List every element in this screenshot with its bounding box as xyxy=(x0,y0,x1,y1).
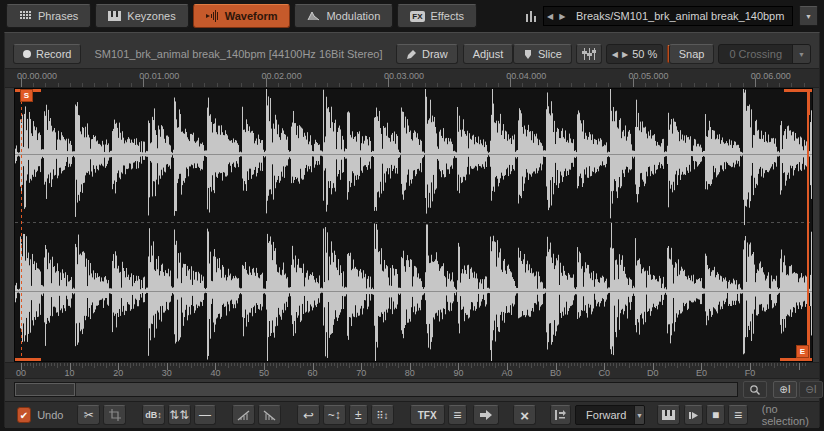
zoom-in-button[interactable]: ⊕Ⅰ xyxy=(773,381,797,398)
prev-instrument-icon[interactable]: ◀ xyxy=(544,12,556,21)
db-updown-icon: dB↕ xyxy=(145,410,162,420)
process-menu-button[interactable]: ≡ xyxy=(448,405,467,425)
scrollbar-thumb[interactable] xyxy=(15,383,75,396)
apply-button[interactable] xyxy=(473,405,499,425)
scrollbar-row: ⊕Ⅰ ⊖Ⅰ xyxy=(14,381,814,398)
dc-offset-button[interactable]: — xyxy=(194,405,217,425)
waveform-icon xyxy=(206,10,219,22)
sample-end-marker[interactable]: E xyxy=(796,345,809,358)
interpolate-icon: ⠿↕ xyxy=(376,410,388,421)
slice-markers-button[interactable] xyxy=(576,44,602,64)
tab-modulation[interactable]: Modulation xyxy=(294,4,393,28)
play-options-button[interactable]: ≡ xyxy=(728,405,747,425)
instrument-selector[interactable]: ◀ ▶ Breaks/SM101_brk_animal break_140bpm xyxy=(543,6,793,26)
crossfade-button[interactable]: × xyxy=(513,405,536,425)
keyboard-focus-button[interactable] xyxy=(657,405,680,425)
zoom-out-button[interactable]: ⊖Ⅰ xyxy=(799,381,823,398)
interpolate-button[interactable]: ⠿↕ xyxy=(371,405,394,425)
loop-mode-dropdown[interactable]: Forward ▼ xyxy=(575,405,645,425)
fade-in-button[interactable] xyxy=(232,405,255,425)
fade-out-icon xyxy=(263,410,276,421)
hex-position-ruler[interactable]: 00 10 20 30 40 50 60 70 80 90 A0 B0 C0 D… xyxy=(5,362,819,379)
tab-label: Keyzones xyxy=(127,10,175,22)
decrease-icon[interactable]: ◀ xyxy=(612,50,618,59)
magnifier-icon xyxy=(749,384,761,396)
faders-icon xyxy=(582,48,596,60)
record-button[interactable]: Record xyxy=(13,44,81,64)
piano-keys-icon xyxy=(662,409,675,421)
sample-title: SM101_brk_animal break_140bpm [44100Hz 1… xyxy=(94,48,382,60)
envelope-icon xyxy=(307,10,320,22)
time-label: 00.00.000 xyxy=(17,71,57,81)
record-icon xyxy=(23,50,31,58)
tab-label: Waveform xyxy=(225,10,278,22)
normalize-button[interactable]: ⇅⇅ xyxy=(168,405,191,425)
expand-arrows-icon: ⇅⇅ xyxy=(169,409,189,421)
slice-button[interactable]: Slice xyxy=(513,44,572,64)
fade-in-icon xyxy=(237,410,250,421)
snap-button[interactable]: Snap xyxy=(669,44,715,64)
instrument-selector-row: ◀ ▶ Breaks/SM101_brk_animal break_140bpm… xyxy=(525,4,818,28)
snap-mode-value: 0 Crossing xyxy=(719,48,792,60)
slice-sensitivity-value: 50 % xyxy=(632,48,657,60)
fx-icon: FX xyxy=(410,11,424,22)
time-label: 00.01.000 xyxy=(139,71,179,81)
increase-icon[interactable]: ▶ xyxy=(622,50,628,59)
plus-minus-icon: ± xyxy=(355,409,362,421)
undo-checkbox[interactable]: ✔ xyxy=(17,407,31,423)
stop-button[interactable]: ■ xyxy=(706,405,725,425)
piano-icon xyxy=(108,10,121,22)
plus-minus-button[interactable]: ± xyxy=(349,405,368,425)
tab-phrases[interactable]: Phrases xyxy=(6,4,91,28)
zoom-out-icon: ⊖Ⅰ xyxy=(805,384,816,395)
loop-mode-value: Forward xyxy=(576,409,634,421)
phase-invert-button[interactable]: ~↕ xyxy=(323,405,346,425)
stop-icon: ■ xyxy=(712,409,719,421)
draw-button[interactable]: Draw xyxy=(396,44,458,64)
reverse-button[interactable]: ↩ xyxy=(297,405,320,425)
cut-button[interactable]: ✂ xyxy=(77,405,100,425)
next-instrument-icon[interactable]: ▶ xyxy=(556,12,568,21)
loop-mode-button[interactable] xyxy=(550,405,571,425)
adjust-volume-button[interactable]: dB↕ xyxy=(142,405,165,425)
sample-start-line[interactable] xyxy=(21,89,22,361)
selection-bracket-bottom-left xyxy=(15,358,41,361)
time-label: 00.05.000 xyxy=(629,71,669,81)
fade-out-button[interactable] xyxy=(258,405,281,425)
time-ruler[interactable]: 00.00.000 00.01.000 00.02.000 00.03.000 … xyxy=(5,68,819,88)
instrument-name: Breaks/SM101_brk_animal break_140bpm xyxy=(568,10,792,22)
edit-toolbar: ✔ Undo ✂ dB↕ ⇅⇅ — ↩ ~↕ ± xyxy=(5,401,819,428)
tab-keyzones[interactable]: Keyzones xyxy=(95,4,188,28)
tab-effects[interactable]: FX Effects xyxy=(397,4,477,28)
undo-label: Undo xyxy=(37,409,63,421)
menu-icon: ≡ xyxy=(453,408,461,422)
tab-waveform[interactable]: Waveform xyxy=(193,4,291,28)
snap-mode-dropdown[interactable]: 0 Crossing ▼ xyxy=(718,44,811,64)
sample-editor-tab-bar: Phrases Keyzones Waveform Modulation FX … xyxy=(6,4,477,28)
slice-sensitivity-stepper[interactable]: ◀ ▶ 50 % xyxy=(606,44,663,64)
instrument-dropdown-button[interactable]: ▼ xyxy=(799,6,818,26)
time-label: 00.04.000 xyxy=(506,71,546,81)
time-label: 00.06.000 xyxy=(751,71,791,81)
chevron-down-icon[interactable]: ▼ xyxy=(634,406,644,424)
zoom-selection-button[interactable] xyxy=(743,381,767,398)
minus-icon: — xyxy=(199,409,211,421)
chevron-down-icon[interactable]: ▼ xyxy=(792,45,810,63)
waveform-canvas[interactable] xyxy=(15,89,812,361)
snap-label: Snap xyxy=(679,48,705,60)
draw-label: Draw xyxy=(422,48,448,60)
play-from-start-icon xyxy=(688,410,699,421)
scrollbar-range[interactable] xyxy=(76,383,737,396)
adjust-button[interactable]: Adjust xyxy=(463,44,514,64)
time-label: 00.03.000 xyxy=(384,71,424,81)
track-fx-button[interactable]: TFX xyxy=(410,405,445,425)
adjust-label: Adjust xyxy=(473,48,504,60)
sample-start-marker[interactable]: S xyxy=(20,89,33,102)
crop-button[interactable] xyxy=(103,405,126,425)
sine-updown-icon: ~↕ xyxy=(328,409,341,421)
zoom-in-icon: ⊕Ⅰ xyxy=(779,384,790,395)
waveform-display[interactable]: S E xyxy=(14,88,813,362)
play-sample-button[interactable] xyxy=(684,405,703,425)
tfx-label: TFX xyxy=(418,410,437,421)
waveform-scrollbar[interactable] xyxy=(14,382,738,397)
